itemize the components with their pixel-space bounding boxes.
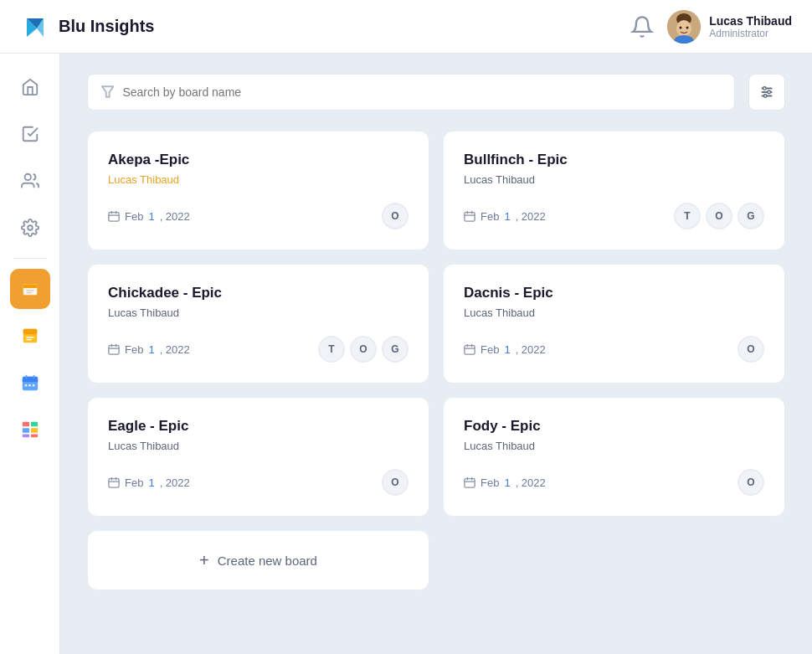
- filter-button[interactable]: [748, 74, 785, 111]
- search-filter-icon: [101, 85, 114, 99]
- sidebar-item-notes1[interactable]: [10, 269, 50, 309]
- member-avatar: O: [737, 469, 764, 496]
- app-title: Blu Insights: [59, 17, 154, 36]
- check-icon: [21, 125, 39, 143]
- sidebar-item-calendar[interactable]: [10, 363, 50, 403]
- board-card-owner: Lucas Thibaud: [108, 173, 409, 186]
- create-new-board-button[interactable]: + Create new board: [87, 530, 429, 590]
- board-grid: Akepa -Epic Lucas Thibaud Feb 1, 2022 O: [87, 131, 785, 590]
- svg-point-9: [24, 174, 30, 180]
- app-header: Blu Insights: [0, 0, 812, 54]
- user-name: Lucas Thibaud: [709, 14, 792, 28]
- avatar-group: O: [737, 336, 764, 363]
- svg-point-39: [768, 90, 771, 94]
- svg-rect-26: [28, 384, 31, 387]
- search-input-wrapper[interactable]: [87, 74, 735, 111]
- search-input[interactable]: [122, 85, 721, 99]
- svg-rect-41: [109, 213, 119, 222]
- calendar-icon: [464, 210, 475, 222]
- board-card-chickadee-epic[interactable]: Chickadee - Epic Lucas Thibaud Feb 1, 20…: [87, 264, 429, 384]
- board-card-date: Feb 1, 2022: [108, 343, 190, 356]
- board-card-footer: Feb 1, 2022 O: [108, 203, 409, 229]
- board-card-date: Feb 1, 2022: [464, 343, 546, 356]
- board-card-date: Feb 1, 2022: [108, 210, 190, 223]
- sidebar-item-tasks[interactable]: [10, 114, 50, 154]
- board-card-akepa-epic[interactable]: Akepa -Epic Lucas Thibaud Feb 1, 2022 O: [87, 131, 429, 250]
- member-avatar: G: [737, 203, 764, 229]
- board-card-fody-epic[interactable]: Fody - Epic Lucas Thibaud Feb 1, 2022 O: [443, 397, 785, 517]
- svg-point-10: [28, 225, 33, 230]
- svg-rect-28: [22, 422, 28, 427]
- board-card-owner: Lucas Thibaud: [464, 306, 764, 319]
- notification-icon[interactable]: [630, 15, 654, 39]
- sidebar: [0, 54, 60, 654]
- svg-rect-29: [30, 422, 37, 427]
- avatar-group: TOG: [318, 336, 409, 363]
- svg-rect-53: [465, 346, 475, 355]
- calendar-icon: [464, 343, 475, 355]
- calendar-icon: [108, 476, 120, 488]
- svg-rect-25: [24, 384, 27, 387]
- svg-point-6: [680, 26, 682, 28]
- calendar-icon: [464, 476, 475, 488]
- avatar-group: O: [737, 469, 764, 496]
- sidebar-item-kanban[interactable]: [10, 409, 50, 450]
- board-card-owner: Lucas Thibaud: [464, 173, 764, 186]
- user-role: Administrator: [709, 28, 792, 39]
- kanban-icon: [21, 420, 39, 439]
- calendar-icon: [108, 343, 120, 355]
- main-content: Akepa -Epic Lucas Thibaud Feb 1, 2022 O: [60, 54, 812, 654]
- home-icon: [21, 78, 39, 96]
- svg-rect-33: [30, 435, 37, 438]
- member-avatar: T: [674, 203, 701, 229]
- board-card-title: Eagle - Epic: [108, 418, 409, 435]
- board-card-owner: Lucas Thibaud: [464, 440, 764, 452]
- member-avatar: O: [382, 203, 409, 229]
- board-card-owner: Lucas Thibaud: [108, 306, 409, 319]
- svg-point-5: [676, 20, 691, 37]
- sidebar-item-notes2[interactable]: [10, 316, 50, 356]
- member-avatar: O: [350, 336, 377, 363]
- avatar-group: O: [382, 469, 409, 496]
- avatar-group: TOG: [674, 203, 764, 229]
- board-card-date: Feb 1, 2022: [464, 210, 546, 223]
- member-avatar: T: [318, 336, 345, 363]
- sidebar-item-users[interactable]: [10, 161, 50, 201]
- sidebar-item-settings[interactable]: [10, 208, 50, 248]
- board-card-dacnis-epic[interactable]: Dacnis - Epic Lucas Thibaud Feb 1, 2022 …: [443, 264, 785, 384]
- svg-rect-32: [22, 435, 28, 438]
- calendar-sidebar-icon: [21, 373, 39, 392]
- header-actions: Lucas Thibaud Administrator: [630, 10, 792, 44]
- svg-rect-22: [22, 379, 37, 382]
- board-card-title: Chickadee - Epic: [108, 285, 409, 301]
- svg-rect-17: [23, 329, 37, 334]
- notes1-icon: [21, 280, 39, 298]
- svg-rect-49: [109, 346, 119, 355]
- gear-icon: [21, 219, 39, 237]
- board-card-bullfinch-epic[interactable]: Bullfinch - Epic Lucas Thibaud Feb 1, 20…: [443, 131, 785, 250]
- board-card-title: Fody - Epic: [464, 418, 764, 435]
- svg-rect-45: [465, 213, 475, 222]
- svg-rect-61: [465, 479, 475, 488]
- svg-point-38: [763, 87, 767, 90]
- sidebar-divider-1: [13, 258, 47, 259]
- member-avatar: O: [706, 203, 732, 229]
- board-card-eagle-epic[interactable]: Eagle - Epic Lucas Thibaud Feb 1, 2022 O: [87, 397, 429, 517]
- member-avatar: O: [737, 336, 764, 363]
- board-card-title: Bullfinch - Epic: [464, 152, 764, 168]
- user-profile[interactable]: Lucas Thibaud Administrator: [667, 10, 792, 44]
- member-avatar: G: [382, 336, 409, 363]
- svg-rect-13: [23, 286, 37, 288]
- board-card-footer: Feb 1, 2022 O: [464, 469, 764, 496]
- board-card-footer: Feb 1, 2022 TOG: [108, 336, 409, 363]
- svg-point-40: [763, 95, 767, 98]
- create-board-label: Create new board: [218, 554, 317, 568]
- board-card-date: Feb 1, 2022: [464, 476, 546, 489]
- board-card-owner: Lucas Thibaud: [108, 440, 409, 452]
- sidebar-item-home[interactable]: [10, 67, 50, 107]
- board-card-date: Feb 1, 2022: [108, 476, 190, 489]
- header-brand: Blu Insights: [20, 12, 154, 42]
- calendar-icon: [108, 210, 120, 222]
- notes2-icon: [21, 327, 39, 345]
- sliders-icon: [759, 85, 774, 100]
